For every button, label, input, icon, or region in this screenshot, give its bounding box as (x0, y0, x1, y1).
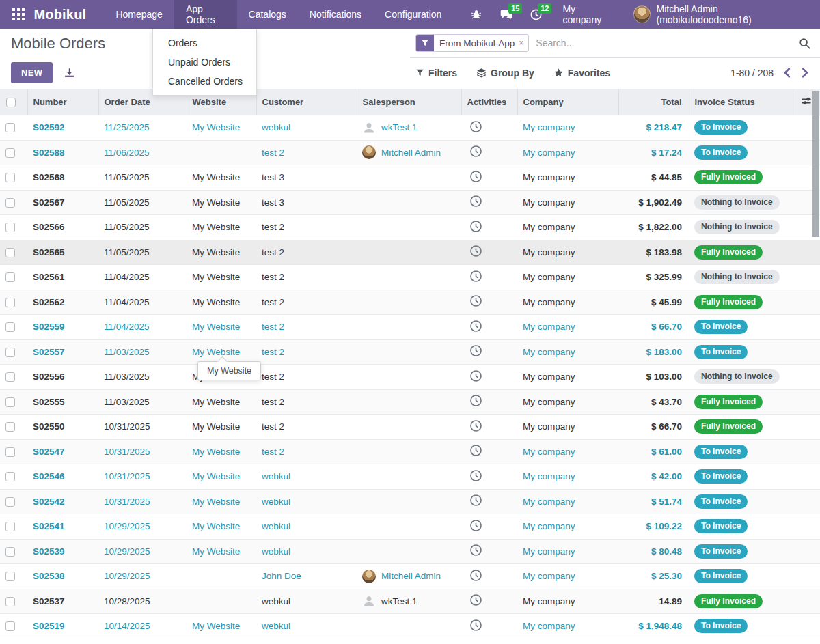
table-row[interactable]: S02559 11/04/2025 My Website test 2 My c… (0, 315, 820, 340)
activities-cell[interactable] (461, 614, 517, 639)
table-row[interactable]: S02539 10/29/2025 My Website webkul My c… (0, 539, 820, 564)
table-row[interactable]: S02550 10/31/2025 My Website test 2 My c… (0, 415, 820, 440)
row-checkbox[interactable] (5, 223, 15, 232)
filters-button[interactable]: Filters (415, 68, 457, 79)
table-row[interactable]: S02592 11/25/2025 My Website webkul wkTe… (0, 115, 820, 141)
messages-icon[interactable]: 15 (500, 9, 512, 20)
order-number[interactable]: S02566 (27, 215, 98, 240)
activities-cell[interactable] (461, 115, 517, 141)
activities-cell[interactable] (461, 215, 517, 240)
table-row[interactable]: S02519 10/14/2025 My Website webkul My c… (0, 614, 820, 639)
activities-cell[interactable] (461, 365, 517, 390)
table-row[interactable]: S02538 10/29/2025 John Doe Mitchell Admi… (0, 564, 820, 589)
order-number[interactable]: S02562 (27, 290, 98, 315)
activity-clock-icon[interactable] (469, 195, 482, 208)
activities-cell[interactable] (461, 514, 517, 540)
table-row[interactable]: S02562 11/04/2025 My Website test 2 My c… (0, 290, 820, 315)
activity-clock-icon[interactable] (469, 270, 482, 283)
table-row[interactable]: S02561 11/04/2025 My Website test 2 My c… (0, 265, 820, 290)
search-input[interactable] (536, 38, 793, 48)
col-header-salesperson[interactable]: Salesperson (357, 89, 461, 115)
activities-cell[interactable] (461, 339, 517, 365)
activities-icon[interactable]: 12 (530, 9, 542, 20)
pager-previous-icon[interactable] (783, 68, 791, 78)
order-number[interactable]: S02567 (27, 190, 98, 215)
debug-bug-icon[interactable] (471, 9, 482, 20)
select-all-checkbox[interactable] (6, 98, 16, 107)
table-row[interactable]: S02557 11/03/2025 My Website test 2 My c… (0, 339, 820, 365)
activity-clock-icon[interactable] (469, 494, 482, 507)
order-number[interactable]: S02561 (27, 265, 98, 290)
activity-clock-icon[interactable] (469, 444, 482, 457)
order-number[interactable]: S02556 (27, 365, 98, 390)
nav-item-homepage[interactable]: Homepage (104, 0, 174, 29)
activities-cell[interactable] (461, 140, 517, 165)
row-checkbox[interactable] (5, 173, 15, 182)
export-download-button[interactable] (64, 67, 75, 79)
activity-clock-icon[interactable] (469, 544, 482, 557)
order-number[interactable]: S02559 (27, 315, 98, 340)
dropdown-item-unpaid-orders[interactable]: Unpaid Orders (153, 53, 256, 72)
row-checkbox[interactable] (5, 472, 15, 481)
group-by-button[interactable]: Group By (476, 68, 534, 79)
activity-clock-icon[interactable] (469, 369, 482, 382)
activity-clock-icon[interactable] (469, 120, 482, 133)
activity-clock-icon[interactable] (469, 419, 482, 432)
nav-item-configuration[interactable]: Configuration (373, 0, 453, 29)
table-row[interactable]: S02568 11/05/2025 My Website test 3 My c… (0, 165, 820, 191)
activity-clock-icon[interactable] (469, 344, 482, 357)
table-row[interactable]: S02565 11/05/2025 My Website test 2 My c… (0, 240, 820, 265)
order-number[interactable]: S02537 (27, 589, 98, 614)
order-number[interactable]: S02546 (27, 464, 98, 490)
activities-cell[interactable] (461, 464, 517, 490)
apps-grid-icon[interactable] (11, 7, 25, 22)
activities-cell[interactable] (461, 315, 517, 340)
order-number[interactable]: S02550 (27, 415, 98, 440)
table-row[interactable]: S02547 10/31/2025 My Website test 2 My c… (0, 439, 820, 464)
row-checkbox[interactable] (5, 522, 15, 531)
activity-clock-icon[interactable] (469, 569, 482, 582)
col-header-company[interactable]: Company (517, 89, 618, 115)
brand-title[interactable]: Mobikul (33, 7, 86, 23)
row-checkbox[interactable] (5, 322, 15, 332)
table-row[interactable]: S02588 11/06/2025 test 2 Mitchell Admin … (0, 140, 820, 165)
activities-cell[interactable] (461, 389, 517, 415)
row-checkbox[interactable] (5, 148, 15, 158)
order-number[interactable]: S02541 (27, 514, 98, 540)
activity-clock-icon[interactable] (469, 170, 482, 183)
order-number[interactable]: S02565 (27, 240, 98, 265)
activities-cell[interactable] (461, 415, 517, 440)
table-row[interactable]: S02567 11/05/2025 My Website test 3 My c… (0, 190, 820, 215)
activity-clock-icon[interactable] (469, 145, 482, 158)
activities-cell[interactable] (461, 240, 517, 265)
activities-cell[interactable] (461, 265, 517, 290)
order-number[interactable]: S02555 (27, 389, 98, 415)
col-header-number[interactable]: Number (27, 89, 98, 115)
table-row[interactable]: S02566 11/05/2025 My Website test 2 My c… (0, 215, 820, 240)
pager-next-icon[interactable] (802, 68, 809, 78)
order-number[interactable]: S02539 (27, 539, 98, 564)
row-checkbox[interactable] (5, 572, 15, 581)
row-checkbox[interactable] (5, 272, 15, 282)
row-checkbox[interactable] (5, 621, 15, 631)
column-settings-icon[interactable] (801, 96, 812, 107)
row-checkbox[interactable] (5, 248, 15, 257)
row-checkbox[interactable] (5, 298, 15, 307)
row-checkbox[interactable] (5, 497, 15, 507)
activities-cell[interactable] (461, 165, 517, 191)
user-menu[interactable]: Mitchell Admin (mobikulodoodemo16) (633, 3, 809, 25)
activity-clock-icon[interactable] (469, 220, 482, 233)
order-number[interactable]: S02588 (27, 140, 98, 165)
activities-cell[interactable] (461, 539, 517, 564)
new-button[interactable]: NEW (11, 62, 53, 83)
col-header-customer[interactable]: Customer (256, 89, 357, 115)
activities-cell[interactable] (461, 439, 517, 464)
table-row[interactable]: S02555 11/03/2025 My Website test 2 My c… (0, 389, 820, 415)
nav-item-app-orders[interactable]: App Orders (174, 0, 237, 29)
activities-cell[interactable] (461, 589, 517, 614)
table-row[interactable]: S02541 10/29/2025 My Website webkul My c… (0, 514, 820, 540)
row-checkbox[interactable] (5, 597, 15, 606)
dropdown-item-orders[interactable]: Orders (153, 33, 256, 53)
order-number[interactable]: S02557 (27, 339, 98, 365)
row-checkbox[interactable] (5, 422, 15, 432)
